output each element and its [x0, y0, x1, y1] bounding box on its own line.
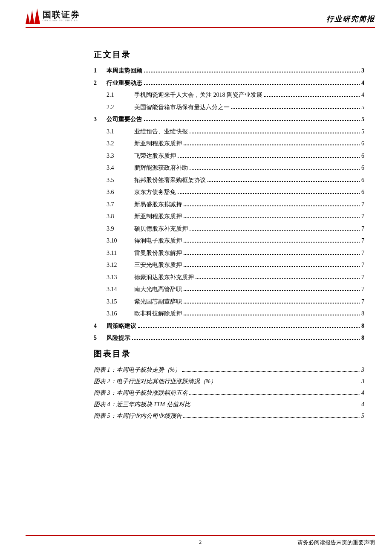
- toc-entry-number: 3.8: [107, 212, 134, 221]
- toc-leader-dots: [231, 108, 360, 109]
- toc-entry-number: 3.7: [107, 200, 134, 209]
- toc-entry-title: 德豪润达股东补充质押: [134, 273, 194, 282]
- toc-entry: 3.10得润电子股东质押7: [94, 236, 364, 245]
- toc-entry: 2.2美国智能音箱市场保有量达六分之一5: [94, 103, 364, 112]
- toc-entry-page: 6: [361, 188, 364, 197]
- toc-entry-title: 行业重要动态: [107, 78, 142, 87]
- toc-entry: 3.1业绩预告、业绩快报5: [94, 127, 364, 136]
- toc-entry-number: 3.10: [107, 236, 134, 245]
- toc-entry-page: 6: [361, 151, 364, 160]
- toc-entry-number: 3: [94, 115, 107, 124]
- toc-entry-number: 3.13: [107, 273, 134, 282]
- figures-heading: 图表目录: [94, 348, 364, 359]
- toc-leader-dots: [184, 315, 360, 315]
- toc-entry-title: 飞荣达股东质押: [134, 151, 176, 160]
- toc-entry-title: 得润电子股东质押: [134, 236, 182, 245]
- toc-entry-title: 新亚制程股东质押: [134, 139, 182, 148]
- figure-leader-dots: [182, 371, 360, 372]
- company-logo-icon: [26, 9, 40, 24]
- toc-entry-number: 2.1: [107, 90, 134, 99]
- toc-entry: 3.8新亚制程股东质押7: [94, 212, 364, 221]
- figure-entry: 图表 5：本周行业内公司业绩预告5: [94, 411, 364, 420]
- toc-entry-page: 5: [361, 115, 364, 124]
- toc-entry: 4周策略建议8: [94, 321, 364, 330]
- toc-entry-page: 6: [361, 139, 364, 148]
- toc-entry: 3.5拓邦股份签署采购框架协议6: [94, 176, 364, 185]
- toc-leader-dots: [144, 84, 360, 85]
- toc-leader-dots: [184, 266, 360, 267]
- toc-entry-title: 美国智能音箱市场保有量达六分之一: [134, 103, 230, 112]
- toc-leader-dots: [184, 242, 360, 243]
- toc-leader-dots: [138, 327, 360, 328]
- toc-entry: 2行业重要动态4: [94, 78, 364, 87]
- toc-entry-page: 5: [361, 127, 364, 136]
- toc-entry-title: 业绩预告、业绩快报: [134, 127, 188, 136]
- figure-entry-page: 4: [361, 400, 364, 409]
- toc-entry-page: 4: [361, 78, 364, 87]
- toc-entry-page: 7: [361, 297, 364, 306]
- toc-entry-number: 3.9: [107, 224, 134, 233]
- toc-entry-page: 8: [361, 309, 364, 318]
- toc-leader-dots: [184, 217, 360, 218]
- figure-entry-label: 图表 5：本周行业内公司业绩预告: [94, 411, 182, 420]
- toc-entry-title: 公司重要公告: [107, 115, 142, 124]
- toc-entry-number: 3.3: [107, 151, 134, 160]
- toc-entry-page: 8: [361, 321, 364, 330]
- figure-entry: 图表 2：电子行业对比其他行业涨跌情况（%）3: [94, 377, 364, 386]
- content-area: 正文目录 1本周走势回顾32行业重要动态42.1手机陶瓷迎来千人大会，关注 20…: [94, 49, 364, 423]
- toc-entry-number: 3.2: [107, 139, 134, 148]
- logo-en-text: GUOLIAN SECURITIES: [43, 19, 80, 23]
- toc-entry: 3.4鹏辉能源获政府补助6: [94, 163, 364, 172]
- toc-entry-title: 新易盛股东拟减持: [134, 200, 182, 209]
- page-number: 2: [199, 539, 202, 546]
- figure-leader-dots: [192, 406, 360, 406]
- toc-leader-dots: [190, 133, 360, 133]
- toc-entry-page: 7: [361, 200, 364, 209]
- toc-entry-page: 7: [361, 224, 364, 233]
- figure-leader-dots: [189, 394, 360, 395]
- toc-entry: 3.16欧非科技解除质押8: [94, 309, 364, 318]
- toc-entry-title: 京东方债务豁免: [134, 188, 176, 197]
- figure-entry: 图表 3：本周电子板块涨跌幅前五名4: [94, 388, 364, 397]
- toc-entry-title: 鹏辉能源获政府补助: [134, 163, 188, 172]
- toc-entry-page: 7: [361, 285, 364, 294]
- toc-entry-title: 欧非科技解除质押: [134, 309, 182, 318]
- toc-entry-page: 6: [361, 176, 364, 185]
- toc-leader-dots: [190, 169, 360, 170]
- toc-entry-page: 7: [361, 249, 364, 257]
- toc-entry: 3.9硕贝德股东补充质押7: [94, 224, 364, 233]
- toc-heading: 正文目录: [94, 49, 364, 60]
- toc-leader-dots: [184, 290, 360, 291]
- figure-entry-label: 图表 2：电子行业对比其他行业涨跌情况（%）: [94, 377, 216, 386]
- toc-entry: 3公司重要公告5: [94, 115, 364, 124]
- toc-leader-dots: [132, 339, 360, 340]
- toc-entry-number: 5: [94, 333, 107, 342]
- toc-entry: 5风险提示8: [94, 333, 364, 342]
- toc-entry-number: 3.1: [107, 127, 134, 136]
- toc-entry-number: 3.5: [107, 176, 134, 185]
- toc-entry: 3.7新易盛股东拟减持7: [94, 200, 364, 209]
- toc-entry-number: 3.11: [107, 249, 134, 257]
- toc-entry-page: 4: [361, 90, 364, 99]
- figure-entry-page: 3: [361, 365, 364, 374]
- toc-entry-title: 新亚制程股东质押: [134, 212, 182, 221]
- figure-entry-page: 5: [361, 411, 364, 420]
- toc-entry: 3.6京东方债务豁免6: [94, 188, 364, 197]
- figure-entry-label: 图表 4：近三年内板块 TTM 估值对比: [94, 400, 190, 409]
- figure-entry-label: 图表 1：本周电子板块走势（%）: [94, 365, 181, 374]
- toc-leader-dots: [184, 303, 360, 304]
- toc-entry: 3.3飞荣达股东质押6: [94, 151, 364, 160]
- figure-entry-page: 3: [361, 377, 364, 386]
- toc-leader-dots: [144, 120, 360, 121]
- figure-entry: 图表 4：近三年内板块 TTM 估值对比4: [94, 400, 364, 409]
- toc-entry-page: 3: [361, 66, 364, 75]
- toc-list: 1本周走势回顾32行业重要动态42.1手机陶瓷迎来千人大会，关注 2018 陶瓷…: [94, 66, 364, 342]
- toc-entry-number: 3.14: [107, 285, 134, 294]
- toc-leader-dots: [184, 145, 360, 145]
- toc-entry-title: 本周走势回顾: [107, 66, 142, 75]
- toc-leader-dots: [184, 254, 360, 255]
- toc-entry: 3.14南大光电高管辞职7: [94, 285, 364, 294]
- toc-leader-dots: [184, 205, 360, 206]
- toc-entry-number: 4: [94, 321, 107, 330]
- toc-entry: 3.2新亚制程股东质押6: [94, 139, 364, 148]
